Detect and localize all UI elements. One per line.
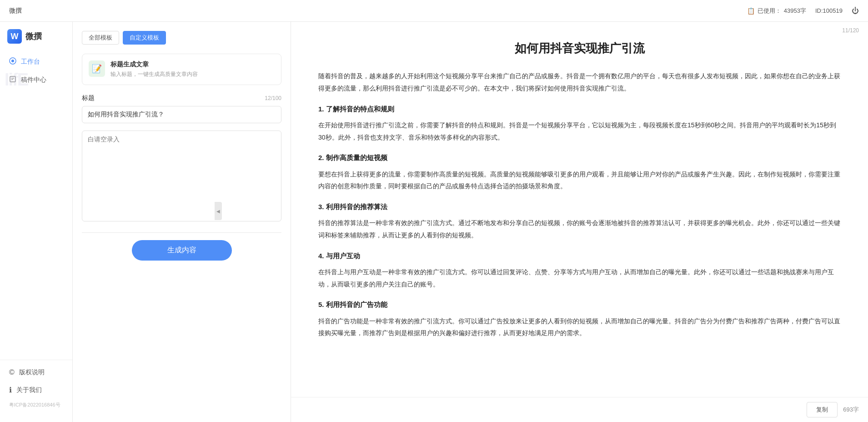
article-heading: 1. 了解抖音的特点和规则 <box>318 103 841 116</box>
right-panel: 11/120 如何用抖音实现推广引流 随着抖音的普及，越来越多的人开始利用这个短… <box>291 22 868 422</box>
article-heading: 3. 利用抖音的推荐算法 <box>318 201 841 214</box>
about-label: 关于我们 <box>16 386 42 394</box>
header-title: 微撰 <box>9 7 22 15</box>
title-input[interactable] <box>82 106 281 123</box>
right-panel-footer: 复制 693字 <box>291 397 868 422</box>
article-paragraph: 要想在抖音上获得更多的流量，你需要制作高质量的短视频。高质量的短视频能够吸引更多… <box>318 168 841 192</box>
article-content: 11/120 如何用抖音实现推广引流 随着抖音的普及，越来越多的人开始利用这个短… <box>291 22 868 397</box>
template-card-title: 标题生成文章 <box>110 60 275 69</box>
tab-all-templates[interactable]: 全部模板 <box>82 31 119 45</box>
drafts-icon <box>9 75 16 85</box>
copyright-icon: © <box>9 368 15 377</box>
page-count: 11/120 <box>842 27 859 34</box>
template-card-desc: 输入标题，一键生成高质量文章内容 <box>110 70 275 78</box>
workbench-label: 工作台 <box>21 58 40 66</box>
article-heading: 5. 利用抖音的广告功能 <box>318 298 841 311</box>
drafts-label: 稿件中心 <box>21 76 46 84</box>
content-area: IifE 全部模板 自定义模板 📝 标题生成文章 输入标题，一键生成高质量文章内… <box>73 22 868 422</box>
left-panel: IifE 全部模板 自定义模板 📝 标题生成文章 输入标题，一键生成高质量文章内… <box>73 22 291 422</box>
power-icon[interactable]: ⏻ <box>852 7 859 15</box>
usage-info: 📋 已使用： 43953字 <box>747 7 806 15</box>
copy-button[interactable]: 复制 <box>807 402 838 417</box>
article-paragraph: 抖音的推荐算法是一种非常有效的推广引流方式。通过不断地发布和分享自己的短视频，你… <box>318 217 841 241</box>
header-right: 📋 已使用： 43953字 ID:100519 ⏻ <box>747 7 859 15</box>
copyright-label: 版权说明 <box>19 368 45 377</box>
template-card-content: 标题生成文章 输入标题，一键生成高质量文章内容 <box>110 60 275 78</box>
svg-point-1 <box>11 60 14 62</box>
workbench-icon <box>9 57 16 66</box>
template-card[interactable]: 📝 标题生成文章 输入标题，一键生成高质量文章内容 <box>82 54 281 85</box>
article-paragraph: 抖音的广告功能是一种非常有效的推广引流方式。你可以通过广告投放来让更多的人看到你… <box>318 315 841 339</box>
title-label-text: 标题 <box>82 94 95 102</box>
sidebar: W 微撰 工作台 稿件中心 <box>0 22 73 422</box>
document-icon: 📋 <box>747 7 755 15</box>
sidebar-item-drafts[interactable]: 稿件中心 <box>0 71 72 89</box>
template-card-icon: 📝 <box>89 60 105 77</box>
divider <box>82 232 281 233</box>
main-layout: W 微撰 工作台 稿件中心 <box>0 22 868 422</box>
user-id: ID:100519 <box>815 7 843 14</box>
article-heading: 4. 与用户互动 <box>318 250 841 263</box>
article-title: 如何用抖音实现推广引流 <box>318 40 841 56</box>
sidebar-item-copyright[interactable]: © 版权说明 <box>0 364 72 381</box>
logo-icon: W <box>7 29 22 44</box>
template-tabs: 全部模板 自定义模板 <box>82 31 281 45</box>
article-paragraph: 随着抖音的普及，越来越多的人开始利用这个短视频分享平台来推广自己的产品或服务。抖… <box>318 70 841 94</box>
title-char-count: 12/100 <box>265 95 281 101</box>
word-count: 693字 <box>843 406 859 414</box>
logo-area: W 微撰 <box>0 29 72 53</box>
top-header: 微撰 📋 已使用： 43953字 ID:100519 ⏻ <box>0 0 868 22</box>
title-field-label: 标题 12/100 <box>82 94 281 102</box>
about-icon: ℹ <box>9 386 12 394</box>
article-heading: 2. 制作高质量的短视频 <box>318 151 841 165</box>
article-paragraph: 在开始使用抖音进行推广引流之前，你需要了解抖音的特点和规则。抖音是一个短视频分享… <box>318 119 841 143</box>
content-textarea[interactable] <box>82 131 281 221</box>
sidebar-item-workbench[interactable]: 工作台 <box>0 53 72 71</box>
sidebar-item-about[interactable]: ℹ 关于我们 <box>0 381 72 399</box>
generate-btn[interactable]: 生成内容 <box>132 240 232 261</box>
article-paragraph: 在抖音上与用户互动是一种非常有效的推广引流方式。你可以通过回复评论、点赞、分享等… <box>318 266 841 290</box>
svg-rect-2 <box>10 76 15 82</box>
usage-label: 已使用： <box>758 7 781 15</box>
usage-value: 43953字 <box>784 7 806 15</box>
sidebar-bottom: © 版权说明 ℹ 关于我们 粤ICP备2022016846号 <box>0 360 72 415</box>
logo-name: 微撰 <box>25 31 42 42</box>
article-body: 随着抖音的普及，越来越多的人开始利用这个短视频分享平台来推广自己的产品或服务。抖… <box>318 70 841 339</box>
tab-custom-templates[interactable]: 自定义模板 <box>123 31 166 45</box>
collapse-arrow[interactable]: ◀ <box>215 202 222 220</box>
icp-text: 粤ICP备2022016846号 <box>0 399 72 411</box>
